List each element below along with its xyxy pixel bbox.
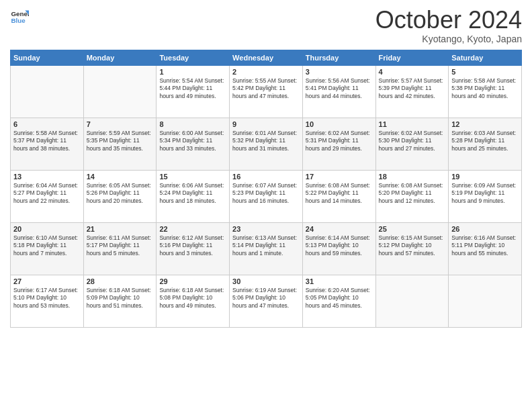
day-number: 19: [451, 173, 519, 181]
month-title: October 2024: [375, 7, 522, 34]
table-row: 11Sunrise: 6:02 AM Sunset: 5:30 PM Dayli…: [375, 118, 449, 170]
day-info: Sunrise: 5:59 AM Sunset: 5:35 PM Dayligh…: [87, 130, 154, 152]
weekday-header-row: Sunday Monday Tuesday Wednesday Thursday…: [11, 50, 522, 65]
day-info: Sunrise: 6:08 AM Sunset: 5:22 PM Dayligh…: [306, 182, 373, 205]
calendar-week-row: 1Sunrise: 5:54 AM Sunset: 5:44 PM Daylig…: [11, 65, 522, 118]
day-number: 12: [451, 120, 519, 128]
day-info: Sunrise: 6:12 AM Sunset: 5:16 PM Dayligh…: [159, 234, 226, 257]
table-row: 28Sunrise: 6:18 AM Sunset: 5:09 PM Dayli…: [83, 275, 157, 327]
day-number: 29: [159, 277, 226, 285]
day-number: 21: [87, 225, 154, 233]
table-row: 9Sunrise: 6:01 AM Sunset: 5:32 PM Daylig…: [230, 118, 303, 170]
table-row: 5Sunrise: 5:58 AM Sunset: 5:38 PM Daylig…: [449, 65, 522, 118]
table-row: 8Sunrise: 6:00 AM Sunset: 5:34 PM Daylig…: [157, 118, 230, 170]
header: General Blue October 2024 Kyotango, Kyot…: [10, 7, 522, 44]
calendar-page: General Blue October 2024 Kyotango, Kyot…: [0, 0, 532, 411]
day-number: 31: [306, 277, 373, 285]
table-row: 16Sunrise: 6:07 AM Sunset: 5:23 PM Dayli…: [230, 170, 303, 222]
day-number: 8: [159, 120, 226, 128]
location-subtitle: Kyotango, Kyoto, Japan: [375, 34, 522, 44]
day-info: Sunrise: 5:56 AM Sunset: 5:41 PM Dayligh…: [306, 77, 373, 100]
day-info: Sunrise: 5:54 AM Sunset: 5:44 PM Dayligh…: [159, 77, 226, 100]
day-info: Sunrise: 5:57 AM Sunset: 5:39 PM Dayligh…: [379, 77, 446, 100]
day-number: 3: [306, 68, 373, 76]
day-info: Sunrise: 6:19 AM Sunset: 5:06 PM Dayligh…: [232, 287, 300, 310]
day-number: 9: [232, 120, 300, 128]
day-info: Sunrise: 6:03 AM Sunset: 5:28 PM Dayligh…: [451, 130, 519, 152]
day-number: 11: [379, 120, 446, 128]
header-friday: Friday: [375, 50, 449, 65]
table-row: 17Sunrise: 6:08 AM Sunset: 5:22 PM Dayli…: [302, 170, 375, 222]
day-number: 16: [232, 173, 300, 181]
table-row: 23Sunrise: 6:13 AM Sunset: 5:14 PM Dayli…: [230, 222, 303, 275]
table-row: 10Sunrise: 6:02 AM Sunset: 5:31 PM Dayli…: [302, 118, 375, 170]
table-row: 30Sunrise: 6:19 AM Sunset: 5:06 PM Dayli…: [230, 275, 303, 327]
logo: General Blue: [10, 7, 29, 26]
calendar-week-row: 13Sunrise: 6:04 AM Sunset: 5:27 PM Dayli…: [11, 170, 522, 222]
calendar-week-row: 6Sunrise: 5:58 AM Sunset: 5:37 PM Daylig…: [11, 118, 522, 170]
day-number: 30: [232, 277, 300, 285]
day-info: Sunrise: 5:58 AM Sunset: 5:38 PM Dayligh…: [451, 77, 519, 100]
table-row: 1Sunrise: 5:54 AM Sunset: 5:44 PM Daylig…: [157, 65, 230, 118]
day-number: 4: [379, 68, 446, 76]
day-number: 10: [306, 120, 373, 128]
table-row: 15Sunrise: 6:06 AM Sunset: 5:24 PM Dayli…: [157, 170, 230, 222]
table-row: 13Sunrise: 6:04 AM Sunset: 5:27 PM Dayli…: [11, 170, 84, 222]
day-info: Sunrise: 6:00 AM Sunset: 5:34 PM Dayligh…: [159, 130, 226, 152]
day-info: Sunrise: 6:02 AM Sunset: 5:30 PM Dayligh…: [379, 130, 446, 152]
day-number: 17: [306, 173, 373, 181]
day-number: 14: [87, 173, 154, 181]
day-number: 2: [232, 68, 300, 76]
table-row: 12Sunrise: 6:03 AM Sunset: 5:28 PM Dayli…: [449, 118, 522, 170]
table-row: 21Sunrise: 6:11 AM Sunset: 5:17 PM Dayli…: [83, 222, 157, 275]
day-info: Sunrise: 6:02 AM Sunset: 5:31 PM Dayligh…: [306, 130, 373, 152]
logo-icon: General Blue: [10, 7, 29, 26]
day-info: Sunrise: 6:14 AM Sunset: 5:13 PM Dayligh…: [306, 234, 373, 257]
day-number: 22: [159, 225, 226, 233]
day-number: 6: [13, 120, 81, 128]
table-row: 19Sunrise: 6:09 AM Sunset: 5:19 PM Dayli…: [449, 170, 522, 222]
day-number: 26: [451, 225, 519, 233]
day-info: Sunrise: 6:01 AM Sunset: 5:32 PM Dayligh…: [232, 130, 300, 152]
header-sunday: Sunday: [11, 50, 84, 65]
header-thursday: Thursday: [302, 50, 375, 65]
day-info: Sunrise: 5:58 AM Sunset: 5:37 PM Dayligh…: [13, 130, 81, 152]
header-monday: Monday: [83, 50, 157, 65]
day-number: 27: [13, 277, 81, 285]
header-wednesday: Wednesday: [230, 50, 303, 65]
day-info: Sunrise: 6:15 AM Sunset: 5:12 PM Dayligh…: [379, 234, 446, 257]
day-info: Sunrise: 6:07 AM Sunset: 5:23 PM Dayligh…: [232, 182, 300, 205]
day-number: 13: [13, 173, 81, 181]
table-row: 18Sunrise: 6:08 AM Sunset: 5:20 PM Dayli…: [375, 170, 449, 222]
table-row: 31Sunrise: 6:20 AM Sunset: 5:05 PM Dayli…: [302, 275, 375, 327]
day-number: 28: [87, 277, 154, 285]
calendar-week-row: 20Sunrise: 6:10 AM Sunset: 5:18 PM Dayli…: [11, 222, 522, 275]
day-info: Sunrise: 6:05 AM Sunset: 5:26 PM Dayligh…: [87, 182, 154, 205]
day-number: 25: [379, 225, 446, 233]
table-row: 2Sunrise: 5:55 AM Sunset: 5:42 PM Daylig…: [230, 65, 303, 118]
table-row: 6Sunrise: 5:58 AM Sunset: 5:37 PM Daylig…: [11, 118, 84, 170]
svg-text:Blue: Blue: [11, 17, 26, 24]
day-info: Sunrise: 6:16 AM Sunset: 5:11 PM Dayligh…: [451, 234, 519, 257]
day-number: 18: [379, 173, 446, 181]
calendar-table: Sunday Monday Tuesday Wednesday Thursday…: [10, 50, 522, 328]
day-info: Sunrise: 6:18 AM Sunset: 5:09 PM Dayligh…: [87, 287, 154, 310]
header-tuesday: Tuesday: [157, 50, 230, 65]
table-row: [375, 275, 449, 327]
table-row: 4Sunrise: 5:57 AM Sunset: 5:39 PM Daylig…: [375, 65, 449, 118]
table-row: [11, 65, 84, 118]
day-number: 15: [159, 173, 226, 181]
calendar-week-row: 27Sunrise: 6:17 AM Sunset: 5:10 PM Dayli…: [11, 275, 522, 327]
table-row: 29Sunrise: 6:18 AM Sunset: 5:08 PM Dayli…: [157, 275, 230, 327]
table-row: 20Sunrise: 6:10 AM Sunset: 5:18 PM Dayli…: [11, 222, 84, 275]
day-info: Sunrise: 6:10 AM Sunset: 5:18 PM Dayligh…: [13, 234, 81, 257]
header-saturday: Saturday: [449, 50, 522, 65]
day-info: Sunrise: 6:06 AM Sunset: 5:24 PM Dayligh…: [159, 182, 226, 205]
title-block: October 2024 Kyotango, Kyoto, Japan: [375, 7, 522, 44]
table-row: 7Sunrise: 5:59 AM Sunset: 5:35 PM Daylig…: [83, 118, 157, 170]
day-info: Sunrise: 6:08 AM Sunset: 5:20 PM Dayligh…: [379, 182, 446, 205]
table-row: 24Sunrise: 6:14 AM Sunset: 5:13 PM Dayli…: [302, 222, 375, 275]
day-number: 23: [232, 225, 300, 233]
day-info: Sunrise: 6:18 AM Sunset: 5:08 PM Dayligh…: [159, 287, 226, 310]
day-info: Sunrise: 6:13 AM Sunset: 5:14 PM Dayligh…: [232, 234, 300, 257]
